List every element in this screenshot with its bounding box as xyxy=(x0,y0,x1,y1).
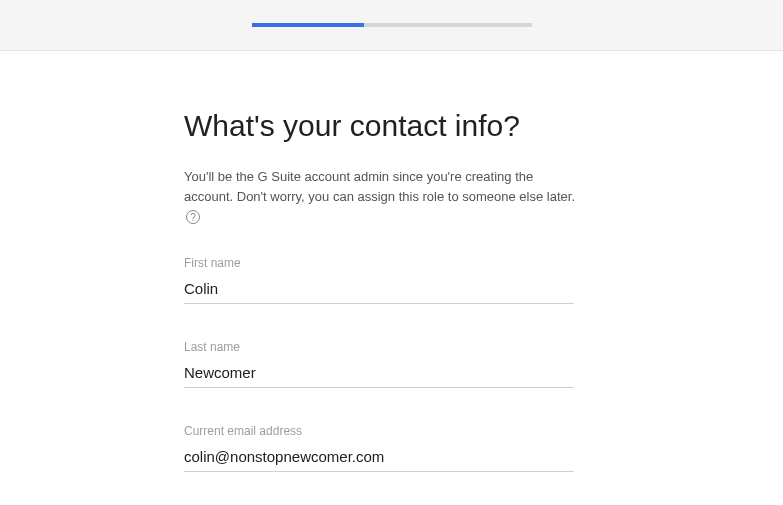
header-bar xyxy=(0,0,783,51)
main-content: What's your contact info? You'll be the … xyxy=(0,51,580,505)
email-label: Current email address xyxy=(184,424,574,438)
page-title: What's your contact info? xyxy=(184,109,580,143)
help-icon[interactable]: ? xyxy=(186,210,200,224)
email-field: Current email address xyxy=(184,424,574,472)
description-text: You'll be the G Suite account admin sinc… xyxy=(184,169,575,204)
first-name-input[interactable] xyxy=(184,276,574,304)
last-name-field: Last name xyxy=(184,340,574,388)
first-name-field: First name xyxy=(184,256,574,304)
page-description: You'll be the G Suite account admin sinc… xyxy=(184,167,580,226)
progress-track xyxy=(252,23,532,27)
last-name-label: Last name xyxy=(184,340,574,354)
last-name-input[interactable] xyxy=(184,360,574,388)
email-input[interactable] xyxy=(184,444,574,472)
progress-fill xyxy=(252,23,364,27)
first-name-label: First name xyxy=(184,256,574,270)
